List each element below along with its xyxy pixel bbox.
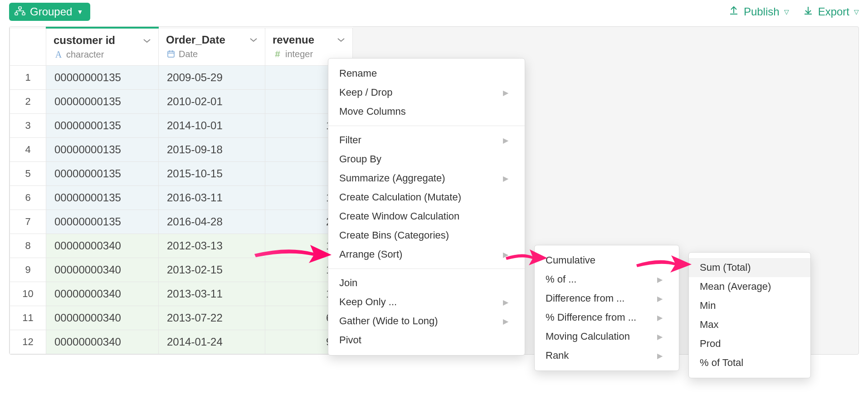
table-row[interactable]: 12000000003402014-01-24949 [10,330,353,354]
svg-rect-1 [15,13,18,15]
column-header-customer-id[interactable]: customer id A character [46,28,159,66]
menu-create-calculation[interactable]: Create Calculation (Mutate) [328,188,525,207]
table-row[interactable]: 8000000003402012-03-13189 [10,234,353,258]
menu-prod[interactable]: Prod [689,334,810,353]
cell-order-date[interactable]: 2016-03-11 [159,186,265,210]
menu-gather[interactable]: Gather (Wide to Long)▶ [328,312,525,331]
row-number: 1 [10,66,46,90]
menu-rank[interactable]: Rank▶ [535,346,679,365]
menu-pct-difference-from[interactable]: % Difference from ...▶ [535,308,679,327]
cell-order-date[interactable]: 2010-02-01 [159,90,265,114]
toolbar: Grouped ▼ Publish ▽ Export ▽ [0,0,868,26]
menu-rename[interactable]: Rename [328,64,525,83]
cell-customer-id[interactable]: 00000000340 [46,234,159,258]
cell-customer-id[interactable]: 00000000135 [46,210,159,234]
column-name: revenue [273,34,314,46]
cell-order-date[interactable]: 2016-04-28 [159,210,265,234]
cell-order-date[interactable]: 2013-03-11 [159,282,265,306]
number-type-icon: # [273,49,283,59]
table-row[interactable]: 11000000003402013-07-22636 [10,306,353,330]
column-context-menu: Rename Keep / Drop▶ Move Columns Filter▶… [328,58,525,356]
cell-customer-id[interactable]: 00000000340 [46,330,159,354]
cell-customer-id[interactable]: 00000000340 [46,306,159,330]
column-type: character [66,49,104,60]
cell-order-date[interactable]: 2012-03-13 [159,234,265,258]
row-number: 8 [10,234,46,258]
row-number: 7 [10,210,46,234]
menu-move-columns[interactable]: Move Columns [328,102,525,121]
table-row[interactable]: 7000000001352016-04-28272 [10,210,353,234]
menu-max[interactable]: Max [689,315,810,334]
menu-pivot[interactable]: Pivot [328,331,525,350]
row-number: 11 [10,306,46,330]
row-number: 2 [10,90,46,114]
menu-sum-total[interactable]: Sum (Total) [689,258,810,277]
grouped-button[interactable]: Grouped ▼ [9,3,90,21]
table-row[interactable]: 10000000003402013-03-11117 [10,282,353,306]
chevron-right-icon: ▶ [657,351,663,360]
menu-arrange[interactable]: Arrange (Sort)▶ [328,245,525,264]
cell-customer-id[interactable]: 00000000135 [46,66,159,90]
publish-button[interactable]: Publish ▽ [728,5,789,19]
table-row[interactable]: 1000000001352009-05-2967 [10,66,353,90]
menu-separator [328,268,525,269]
table-row[interactable]: 2000000001352010-02-0190 [10,90,353,114]
download-icon [803,5,814,19]
row-number: 5 [10,162,46,186]
cumulative-submenu: Sum (Total) Mean (Average) Min Max Prod … [688,252,811,378]
menu-create-window-calculation[interactable]: Create Window Calculation [328,207,525,226]
cell-customer-id[interactable]: 00000000135 [46,90,159,114]
cell-order-date[interactable]: 2014-10-01 [159,114,265,138]
menu-filter[interactable]: Filter▶ [328,131,525,150]
table-row[interactable]: 9000000003402013-02-15177 [10,258,353,282]
menu-pct-of-total[interactable]: % of Total [689,353,810,372]
chevron-right-icon: ▶ [503,174,508,183]
cell-customer-id[interactable]: 00000000340 [46,258,159,282]
table-row[interactable]: 3000000001352014-10-01172 [10,114,353,138]
menu-summarize[interactable]: Summarize (Aggregate)▶ [328,169,525,188]
publish-label: Publish [744,5,780,18]
toolbar-right: Publish ▽ Export ▽ [728,5,859,19]
svg-rect-3 [168,51,174,57]
menu-cumulative[interactable]: Cumulative [535,251,679,270]
menu-keep-only[interactable]: Keep Only ...▶ [328,293,525,312]
caret-down-icon: ▼ [77,8,83,15]
menu-min[interactable]: Min [689,296,810,315]
chevron-down-icon[interactable] [143,35,151,46]
table-row[interactable]: 5000000001352015-10-1576 [10,162,353,186]
cell-order-date[interactable]: 2009-05-29 [159,66,265,90]
menu-moving-calculation[interactable]: Moving Calculation▶ [535,327,679,346]
menu-percent-of[interactable]: % of ...▶ [535,270,679,289]
cell-order-date[interactable]: 2014-01-24 [159,330,265,354]
menu-mean-average[interactable]: Mean (Average) [689,277,810,296]
cell-customer-id[interactable]: 00000000135 [46,186,159,210]
chevron-down-icon[interactable] [337,34,345,45]
menu-group-by[interactable]: Group By [328,150,525,169]
data-table: customer id A character [10,27,353,354]
menu-separator [328,126,525,126]
table-row[interactable]: 6000000001352016-03-11137 [10,186,353,210]
chevron-right-icon: ▶ [657,275,663,284]
column-header-order-date[interactable]: Order_Date Date [159,28,265,66]
cell-customer-id[interactable]: 00000000135 [46,114,159,138]
column-type: integer [285,49,313,59]
export-button[interactable]: Export ▽ [803,5,859,19]
menu-keep-drop[interactable]: Keep / Drop▶ [328,83,525,102]
menu-difference-from[interactable]: Difference from ...▶ [535,289,679,308]
table-row[interactable]: 4000000001352015-09-1876 [10,138,353,162]
cell-customer-id[interactable]: 00000000135 [46,162,159,186]
chevron-right-icon: ▶ [657,313,663,322]
menu-create-bins[interactable]: Create Bins (Categories) [328,226,525,245]
cell-customer-id[interactable]: 00000000135 [46,138,159,162]
cell-order-date[interactable]: 2013-02-15 [159,258,265,282]
upload-icon [728,5,739,19]
svg-rect-2 [22,13,25,15]
cell-order-date[interactable]: 2015-09-18 [159,138,265,162]
column-name: customer id [54,34,115,47]
menu-join[interactable]: Join [328,273,525,293]
cell-order-date[interactable]: 2013-07-22 [159,306,265,330]
cell-customer-id[interactable]: 00000000340 [46,282,159,306]
chevron-down-icon[interactable] [249,34,258,45]
cell-order-date[interactable]: 2015-10-15 [159,162,265,186]
chevron-right-icon: ▶ [503,136,508,145]
